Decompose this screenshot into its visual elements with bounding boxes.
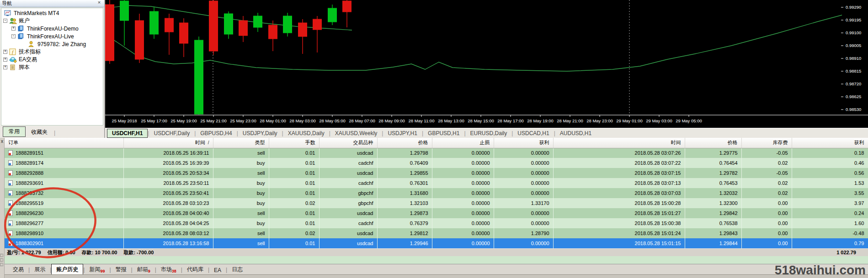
candlestick-chart[interactable]: 25 May 201825 May 17:0025 May 19:0025 Ma… [105,0,868,128]
summary-parts: 盈/亏: 1 022.79信用额: 0.00存款: 10 700.00取款: -… [7,250,160,255]
tree-item-thinkmarkets-mt4[interactable]: ThinkMarkets MT4 [1,9,103,17]
terminal-tab-item[interactable]: 代码库 [182,264,208,274]
table-row-order-1888302901[interactable]: 18883029012018.05.28 13:16:58sell0.01usd… [5,238,868,248]
table-cell: 0.00000 [494,208,553,218]
chart-tab-xauusd-daily[interactable]: XAUUSD,Daily [283,129,329,137]
column-header-item[interactable]: 库存费 [741,138,792,148]
tree-item-item[interactable]: -账户 [1,17,103,25]
expand-icon[interactable]: + [3,65,7,69]
tree-item-ea[interactable]: +EA交易 [1,56,103,63]
expand-icon[interactable]: + [3,58,7,62]
column-header-item[interactable]: 时间/ [123,138,213,148]
table-cell: 2018.05.28 15:01:15 [553,238,685,248]
column-header-item[interactable]: 订单 [5,138,123,148]
cell-text: 0.00000 [472,200,490,206]
chart-panel[interactable]: 25 May 201825 May 17:0025 May 19:0025 Ma… [105,0,868,128]
time-axis-label: 25 May 2018 [112,118,137,123]
tree-item-9759782-jie-zhang[interactable]: 9759782: Jie Zhang [1,40,103,48]
table-cell: 0.00000 [494,168,553,178]
terminal-tab-item[interactable]: 邮箱9 [133,264,155,274]
price-axis-label: 0.98910 [846,56,861,61]
table-cell: sell [213,238,269,248]
table-cell: 0.00000 [494,178,553,188]
expand-icon[interactable]: + [11,26,16,31]
table-row-order-1888298910[interactable]: 18882989102018.05.28 08:03:12sell0.02usd… [5,228,868,238]
summary-item: 存款: 10 700.00 [82,250,117,255]
column-header-item[interactable]: 价格 [685,138,741,148]
table-cell: 0.76301 [377,178,432,188]
table-row-order-1888296277[interactable]: 18882962772018.05.28 04:04:25buy0.01cadc… [5,218,868,228]
terminal-grip[interactable]: x [0,138,5,278]
terminal-close-icon[interactable]: x [0,139,4,144]
chart-tab-eurusd-daily[interactable]: EURUSD,Daily [466,129,512,137]
table-cell: 0.01 [269,148,319,158]
time-axis-label: 25 May 19:00 [170,118,197,123]
collapse-icon[interactable]: - [3,19,7,23]
cell-text: 0.76454 [719,160,738,166]
table-row-order-1888295519[interactable]: 18882955192018.05.28 03:10:23buy0.02gbpc… [5,198,868,208]
terminal-tab-item[interactable]: 日志 [227,264,247,274]
chart-tab-usdchf-h1[interactable]: USDCHF,H1 [107,129,148,138]
column-header-item[interactable]: 获利 [792,138,868,148]
chart-tab-xauusd-weekly[interactable]: XAUUSD,Weekly [330,129,382,137]
terminal-tab-item[interactable]: 市场38 [156,264,181,274]
table-cell: sell [213,168,269,178]
table-cell: 2018.05.28 15:00:28 [553,198,685,208]
tree-item-item[interactable]: +f技术指标 [1,48,103,56]
table-row-order-1888296230[interactable]: 18882962302018.05.28 04:00:40sell0.01usd… [5,208,868,218]
column-header-item[interactable]: 类型 [213,138,269,148]
tree-item-thinkforexau-live[interactable]: -ThinkForexAU-Live [1,32,103,40]
navigator-tab-item[interactable]: 常用 [3,126,26,137]
navigator-tab-item[interactable]: 收藏夹 [26,127,53,137]
cell-text: 0.01 [305,150,315,156]
terminal-tab-item[interactable]: 账户历史 [51,264,83,274]
table-row-order-1888289151[interactable]: 18882891512018.05.25 16:39:11sell0.01usd… [5,148,868,158]
collapse-icon[interactable]: - [11,34,16,38]
tree-item-thinkforexau-demo[interactable]: +ThinkForexAU-Demo [1,25,103,32]
terminal-tab-item[interactable]: 展示 [30,264,50,274]
column-header-item[interactable]: 获利 [494,138,553,148]
chart-tab-usdjpy-daily[interactable]: USDJPY,Daily [238,129,282,137]
column-header-label: 订单 [8,140,18,145]
chart-tab-gbpusd-h4[interactable]: GBPUSD,H4 [196,129,236,137]
expand-icon[interactable]: + [3,50,7,54]
terminal-tab-item[interactable]: 警报 [111,264,131,274]
column-header-label: 价格 [418,140,428,145]
table-cell: 1888289151 [5,148,123,158]
table-row-order-1888293691[interactable]: 18882936912018.05.25 23:50:11buy0.01cadc… [5,178,868,188]
tree-item-item[interactable]: +脚本 [1,63,103,71]
terminal-tab-item[interactable]: 交易 [8,264,28,274]
terminal-tab-item[interactable]: 新闻99 [85,264,109,274]
table-cell: 0.00000 [432,218,494,228]
table-row-order-1888289174[interactable]: 18882891742018.05.25 16:39:39buy0.01cadc… [5,158,868,168]
column-header-label: 库存费 [773,140,788,145]
chart-tab-audusd-h1[interactable]: AUDUSD,H1 [555,129,596,137]
buy-order-icon [8,200,13,206]
column-header-label: 获利 [854,140,864,145]
terminal-tab-ea[interactable]: EA [209,266,226,274]
column-header-label: 类型 [255,140,265,145]
column-header-item[interactable]: 手数 [269,138,319,148]
table-row-order-1888293732[interactable]: 18882937322018.05.25 23:50:41buy0.01gbpc… [5,188,868,198]
close-icon[interactable]: × [96,0,102,6]
column-header-item[interactable]: 交易品种 [319,138,377,148]
chart-tab-gbpusd-h1[interactable]: GBPUSD,H1 [423,129,464,137]
column-header-label: 交易品种 [353,140,373,145]
cell-text: 1.29775 [719,150,738,156]
table-cell: 1888289174 [5,158,123,168]
cell-text: usdcad [357,210,373,216]
chart-tab-usdcad-h1[interactable]: USDCAD,H1 [513,129,554,137]
table-cell: buy [213,158,269,168]
chart-tab-usdchf-daily[interactable]: USDCHF,Daily [149,129,194,137]
summary-item: 信用额: 0.00 [48,250,75,255]
chart-tab-usdjpy-h1[interactable]: USDJPY,H1 [383,129,421,137]
table-cell: 1888302901 [5,238,123,248]
cell-text: 1888293732 [16,190,43,196]
column-header-item[interactable]: 止损 [432,138,494,148]
column-header-item[interactable]: 价格 [377,138,432,148]
cell-text: 1.29812 [410,231,428,236]
candle [313,19,322,30]
table-row-order-1888292888[interactable]: 18882928882018.05.25 20:53:34sell0.01usd… [5,168,868,178]
cell-text: 1888296230 [16,210,43,216]
column-header-item[interactable]: 时间 [553,138,685,148]
